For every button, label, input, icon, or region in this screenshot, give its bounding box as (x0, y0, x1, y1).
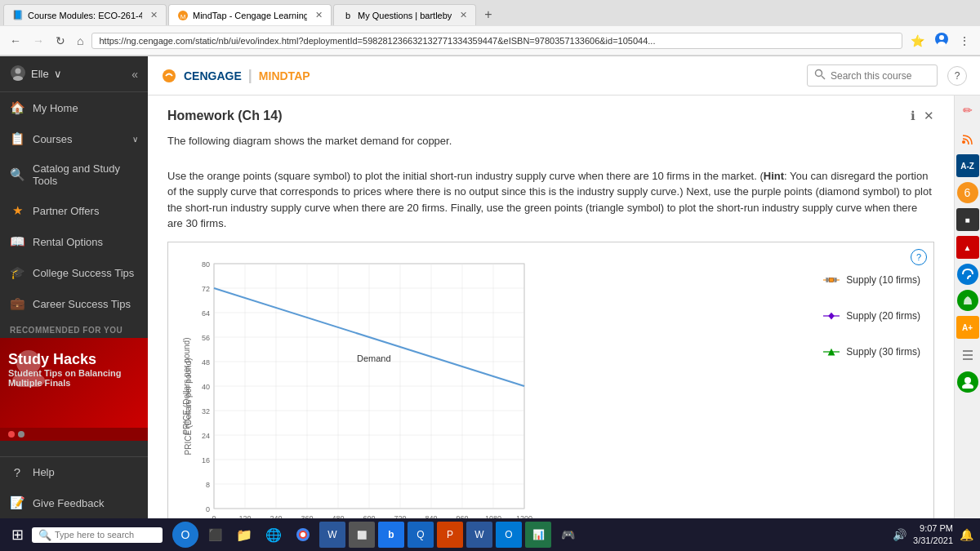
sidebar-item-courses[interactable]: 📋 Courses ∨ (0, 123, 148, 154)
svg-text:0: 0 (212, 514, 216, 519)
more-button[interactable]: ⋮ (956, 30, 973, 51)
hw-title: Homework (Ch 14) (167, 109, 282, 123)
toolbar-orange-button[interactable]: 6 (957, 182, 978, 203)
tab-mindtap[interactable]: M MindTap - Cengage Learning ✕ (168, 4, 332, 25)
toolbar-dark-button[interactable]: ■ (956, 208, 979, 231)
svg-text:PRICE (Dollars per pound): PRICE (Dollars per pound) (182, 337, 191, 434)
toolbar-green-button[interactable] (957, 290, 978, 311)
user-avatar-icon (10, 64, 26, 83)
sidebar-recommended-card[interactable]: Study Hacks Student Tips on Balancing Mu… (0, 338, 148, 441)
legend-label-20firms: Supply (20 firms) (846, 310, 920, 322)
taskbar-app-ppt[interactable]: P (437, 522, 463, 548)
main-column: CENGAGE | MINDTAP ? Homework (Ch 14) ℹ (148, 56, 980, 518)
svg-point-3 (939, 35, 944, 40)
taskbar-app-tile[interactable]: ⬜ (349, 522, 375, 548)
taskbar-app-game[interactable]: 🎮 (555, 522, 581, 548)
taskbar-search-input[interactable] (55, 530, 153, 540)
toolbar-color-button[interactable]: ▲ (956, 236, 979, 259)
recommended-subtitle1: Student Tips on Balancing (8, 368, 140, 378)
tab-close-1[interactable]: ✕ (150, 10, 158, 20)
home-button[interactable]: ⌂ (74, 33, 87, 49)
toolbar-lines-button[interactable] (956, 344, 979, 367)
svg-point-11 (816, 70, 822, 77)
search-icon (814, 69, 826, 82)
dot-1 (8, 431, 15, 438)
content-area: Homework (Ch 14) ℹ ✕ The following diagr… (148, 96, 980, 518)
taskbar-app-outlook[interactable]: O (496, 522, 522, 548)
sidebar-item-label-help: Help (33, 466, 55, 478)
toolbar-blue-button[interactable] (957, 264, 978, 285)
tab-close-3[interactable]: ✕ (460, 10, 467, 20)
taskbar-app-chrome[interactable] (290, 522, 316, 548)
tab-bartleby[interactable]: b My Questions | bartleby ✕ (333, 4, 476, 25)
taskbar-start-button[interactable]: ⊞ (7, 524, 29, 545)
taskbar-app-explorer[interactable]: 📁 (231, 522, 257, 548)
sidebar-item-label-college: College Success Tips (33, 267, 134, 279)
hw-title-icons: ℹ ✕ (911, 109, 934, 123)
svg-text:32: 32 (202, 407, 210, 415)
svg-point-73 (964, 377, 971, 384)
tab-label-1: Course Modules: ECO-261-42 -... (28, 11, 142, 20)
taskbar-app-cortana[interactable]: O (172, 522, 198, 548)
sidebar-collapse-button[interactable]: « (131, 68, 138, 81)
taskbar-app-word2[interactable]: W (466, 522, 492, 548)
search-input[interactable] (831, 70, 929, 82)
sidebar-item-catalog[interactable]: 🔍 Catalog and Study Tools (0, 154, 148, 195)
forward-button[interactable]: → (29, 33, 47, 49)
chart-help-button[interactable]: ? (911, 249, 927, 265)
search-box[interactable] (807, 64, 938, 87)
info-icon[interactable]: ℹ (911, 109, 915, 123)
svg-text:1200: 1200 (516, 514, 532, 519)
toolbar-rss-button[interactable] (956, 127, 979, 149)
sidebar-item-partner-offers[interactable]: ★ Partner Offers (0, 195, 148, 226)
taskbar-search-box[interactable]: 🔍 (32, 527, 163, 543)
close-icon[interactable]: ✕ (924, 109, 934, 123)
dot-2 (18, 431, 24, 438)
profile-button[interactable] (931, 30, 952, 51)
taskbar-volume-icon[interactable]: 🔊 (893, 528, 906, 541)
chart-inner: PRICE (Dollars per pound) (181, 256, 920, 519)
sidebar-user[interactable]: Elle ∨ (10, 64, 62, 83)
toolbar-avatar-button[interactable] (957, 371, 978, 393)
tab-close-2[interactable]: ✕ (315, 10, 323, 20)
sidebar-item-label-feedback: Give Feedback (33, 497, 104, 509)
toolbar-az-button[interactable]: A-Z (956, 154, 979, 177)
back-button[interactable]: ← (7, 33, 24, 49)
url-bar[interactable] (91, 33, 902, 49)
svg-point-7 (13, 76, 23, 81)
sidebar-item-my-home[interactable]: 🏠 My Home (0, 92, 148, 123)
header-help-button[interactable]: ? (947, 66, 967, 86)
taskbar-app-edge[interactable]: 🌐 (261, 522, 287, 548)
sidebar-item-career-success[interactable]: 💼 Career Success Tips (0, 288, 148, 319)
feedback-icon: 📝 (10, 495, 24, 510)
svg-rect-64 (835, 278, 837, 282)
taskbar-app-word[interactable]: W (319, 522, 345, 548)
taskbar-app-bartleby[interactable]: b (378, 522, 404, 548)
taskbar-app-q[interactable]: Q (408, 522, 434, 548)
svg-text:48: 48 (202, 358, 210, 367)
taskbar-notification-icon[interactable]: 🔔 (960, 528, 973, 541)
svg-point-10 (163, 69, 176, 82)
new-tab-button[interactable]: + (478, 4, 498, 25)
tab-course-modules[interactable]: 📘 Course Modules: ECO-261-42 -... ✕ (3, 4, 167, 25)
toolbar-grade-button[interactable]: A+ (956, 316, 979, 339)
svg-text:8: 8 (206, 481, 210, 489)
taskbar-app-taskview[interactable]: ⬛ (202, 522, 228, 548)
chart-svg[interactable]: PRICE (Dollars per pound) (181, 256, 549, 519)
star-icon: ★ (10, 203, 24, 218)
sidebar-item-rental-options[interactable]: 📖 Rental Options (0, 226, 148, 257)
sidebar-item-college-success[interactable]: 🎓 College Success Tips (0, 257, 148, 288)
taskbar: ⊞ 🔍 O ⬛ 📁 🌐 W ⬜ b Q P W O 📊 🎮 🔊 9:07 PM … (0, 518, 980, 551)
toolbar-pencil-button[interactable]: ✏ (956, 99, 979, 122)
instruction-text-2: Use the orange points (square symbol) to… (167, 168, 934, 232)
extensions-button[interactable]: ⭐ (907, 30, 928, 51)
sidebar-item-give-feedback[interactable]: 📝 Give Feedback (0, 487, 148, 518)
sidebar-item-help[interactable]: ? Help (0, 457, 148, 487)
svg-text:40: 40 (202, 383, 210, 391)
svg-text:480: 480 (332, 514, 344, 519)
refresh-button[interactable]: ↻ (52, 33, 69, 49)
app-body: Elle ∨ « 🏠 My Home 📋 Courses ∨ 🔍 Catalog… (0, 56, 980, 518)
taskbar-app-excel[interactable]: 📊 (525, 522, 551, 548)
recommended-title: Study Hacks (8, 351, 140, 368)
taskbar-apps: O ⬛ 📁 🌐 W ⬜ b Q P W O 📊 🎮 (172, 522, 581, 548)
